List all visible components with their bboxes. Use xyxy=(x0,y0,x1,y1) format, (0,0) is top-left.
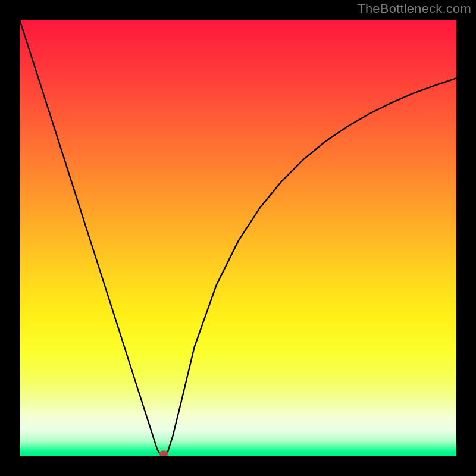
watermark-text: TheBottleneck.com xyxy=(357,1,471,17)
bottleneck-curve xyxy=(20,20,456,456)
plot-area xyxy=(20,20,456,456)
minimum-marker xyxy=(159,451,168,456)
curve-svg xyxy=(20,20,456,456)
chart-frame: TheBottleneck.com xyxy=(0,0,476,476)
